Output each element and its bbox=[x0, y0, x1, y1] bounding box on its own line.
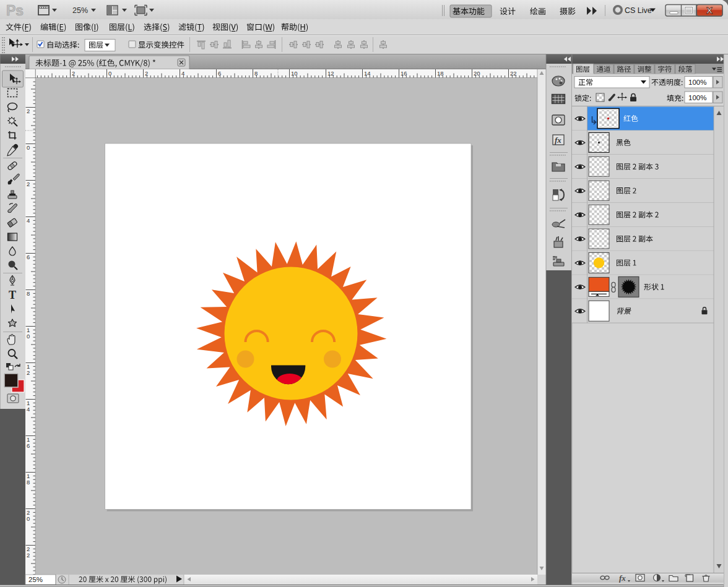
svg-text:T: T bbox=[9, 289, 16, 301]
svg-text:4: 4 bbox=[27, 406, 30, 413]
svg-text:20: 20 bbox=[474, 70, 480, 77]
svg-text:25%: 25% bbox=[72, 6, 88, 15]
svg-text:fx: fx bbox=[555, 135, 561, 145]
svg-text:X: X bbox=[706, 5, 713, 15]
svg-text:2: 2 bbox=[27, 369, 30, 376]
svg-text:0: 0 bbox=[27, 333, 30, 340]
svg-text:6: 6 bbox=[27, 442, 30, 449]
svg-text:8: 8 bbox=[27, 290, 30, 297]
svg-text:14: 14 bbox=[364, 70, 371, 77]
svg-text:2: 2 bbox=[27, 181, 30, 187]
svg-text:0: 0 bbox=[27, 144, 30, 151]
svg-text:2: 2 bbox=[27, 108, 30, 114]
svg-text:6: 6 bbox=[218, 70, 221, 77]
svg-text:0: 0 bbox=[108, 70, 111, 77]
svg-text:0: 0 bbox=[27, 515, 30, 522]
svg-text:18: 18 bbox=[437, 70, 444, 77]
svg-text:2: 2 bbox=[145, 70, 148, 77]
svg-text:6: 6 bbox=[27, 254, 30, 260]
svg-text:4: 4 bbox=[181, 70, 184, 77]
svg-text:2: 2 bbox=[72, 70, 75, 77]
svg-text:16: 16 bbox=[401, 70, 407, 77]
svg-text:Ps: Ps bbox=[6, 2, 24, 19]
svg-text:4: 4 bbox=[27, 217, 30, 224]
svg-text:8: 8 bbox=[254, 70, 258, 77]
svg-text:12: 12 bbox=[327, 70, 334, 77]
svg-text:100%: 100% bbox=[688, 94, 706, 101]
svg-text:22: 22 bbox=[510, 70, 517, 77]
svg-text:10: 10 bbox=[291, 70, 298, 77]
svg-text:fx: fx bbox=[619, 573, 626, 583]
svg-text:CS Live: CS Live bbox=[625, 6, 652, 15]
svg-text:2: 2 bbox=[27, 552, 30, 559]
svg-text:25%: 25% bbox=[28, 576, 43, 583]
svg-text:100%: 100% bbox=[688, 79, 706, 86]
svg-text:8: 8 bbox=[27, 479, 30, 486]
